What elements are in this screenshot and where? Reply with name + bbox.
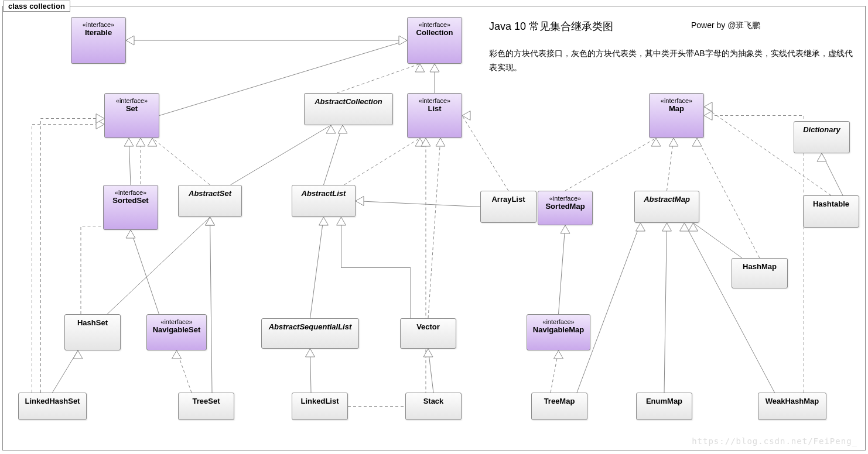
frame-label: class collection [3, 1, 70, 12]
stereotype: «interface» [149, 318, 204, 325]
node-ArrayList: ArrayList [480, 191, 536, 223]
node-TreeMap: TreeMap [531, 393, 587, 420]
node-label: SortedMap [541, 202, 590, 211]
node-label: AbstractCollection [307, 97, 390, 106]
node-label: SortedSet [106, 196, 155, 205]
stereotype: «interface» [541, 195, 590, 202]
node-WeakHashMap: WeakHashMap [758, 393, 826, 420]
stereotype: «interface» [529, 318, 587, 325]
node-HashSet: HashSet [64, 314, 121, 350]
node-label: Collection [410, 28, 459, 37]
node-Map: «interface»Map [649, 93, 704, 138]
stereotype: «interface» [410, 21, 459, 28]
node-label: HashSet [67, 318, 118, 327]
stereotype: «interface» [410, 97, 459, 104]
diagram-credit: Power by @班飞鹏 [691, 20, 760, 31]
diagram-title: Java 10 常见集合继承类图 [489, 19, 613, 33]
node-Stack: Stack [405, 393, 462, 420]
node-Hashtable: Hashtable [803, 195, 859, 228]
node-NavigableMap: «interface»NavigableMap [527, 314, 590, 350]
node-label: NavigableSet [149, 325, 204, 334]
node-LinkedHashSet: LinkedHashSet [18, 393, 87, 420]
node-Collection: «interface»Collection [407, 17, 462, 64]
stereotype: «interface» [106, 189, 155, 196]
node-Vector: Vector [400, 318, 456, 349]
node-List: «interface»List [407, 93, 462, 138]
node-label: AbstractMap [637, 195, 696, 204]
node-AbstractList: AbstractList [292, 185, 356, 217]
node-label: LinkedList [295, 397, 345, 405]
node-AbstractSequentialList: AbstractSequentialList [261, 318, 359, 349]
node-label: Iterable [74, 28, 123, 37]
node-label: AbstractSequentialList [264, 322, 356, 331]
node-label: Dictionary [797, 125, 847, 134]
node-label: TreeMap [534, 397, 585, 405]
node-EnumMap: EnumMap [636, 393, 692, 420]
node-AbstractMap: AbstractMap [634, 191, 699, 223]
node-label: HashMap [734, 262, 785, 271]
node-label: Hashtable [806, 200, 856, 208]
node-Iterable: «interface»Iterable [71, 17, 126, 64]
node-label: LinkedHashSet [21, 397, 84, 405]
node-Set: «interface»Set [104, 93, 159, 138]
node-SortedSet: «interface»SortedSet [103, 185, 158, 230]
node-TreeSet: TreeSet [178, 393, 234, 420]
node-label: TreeSet [181, 397, 231, 405]
diagram-description: 彩色的方块代表接口，灰色的方块代表类，其中类开头带AB字母的为抽象类，实线代表继… [489, 47, 858, 75]
node-label: Vector [403, 322, 453, 331]
node-label: NavigableMap [529, 325, 587, 334]
node-label: Set [107, 104, 156, 113]
node-label: List [410, 104, 459, 113]
node-SortedMap: «interface»SortedMap [538, 191, 593, 225]
stereotype: «interface» [652, 97, 701, 104]
node-label: Map [652, 104, 701, 113]
node-AbstractCollection: AbstractCollection [304, 93, 393, 125]
node-label: ArrayList [483, 195, 534, 204]
watermark: https://blog.csdn.net/FeiPeng_ [692, 436, 857, 446]
node-NavigableSet: «interface»NavigableSet [146, 314, 207, 350]
node-label: AbstractSet [181, 189, 239, 198]
node-label: Stack [408, 397, 459, 405]
node-label: AbstractList [295, 189, 353, 198]
node-Dictionary: Dictionary [794, 121, 850, 153]
node-LinkedList: LinkedList [292, 393, 348, 420]
node-label: WeakHashMap [761, 397, 823, 405]
node-label: EnumMap [639, 397, 689, 405]
node-AbstractSet: AbstractSet [178, 185, 242, 217]
stereotype: «interface» [74, 21, 123, 28]
stereotype: «interface» [107, 97, 156, 104]
node-HashMap: HashMap [732, 258, 788, 288]
